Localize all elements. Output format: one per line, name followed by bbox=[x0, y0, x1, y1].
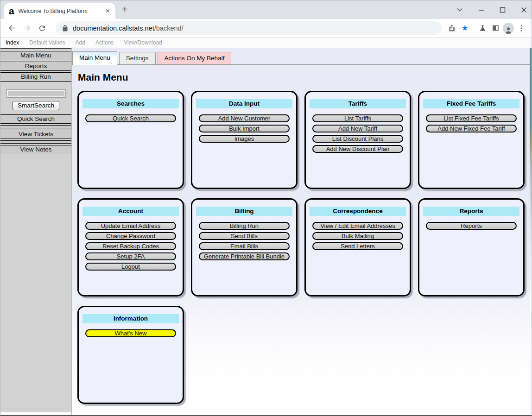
card-reports: ReportsReports bbox=[418, 198, 525, 296]
address-bar[interactable]: documentation.callstats.net/backend/ bbox=[56, 21, 442, 35]
menubar-item-add[interactable]: Add bbox=[76, 39, 85, 46]
app-menubar: IndexDefault ValuesAddActionsView/Downlo… bbox=[0, 38, 532, 48]
button-add-new-customer[interactable]: Add New Customer bbox=[199, 114, 290, 122]
reload-icon[interactable] bbox=[37, 23, 48, 34]
main-content: Main MenuSettingsActions On My Behalf Ma… bbox=[71, 48, 532, 415]
card-data-input: Data InputAdd New CustomerBulk ImportIma… bbox=[191, 91, 298, 189]
button-bulk-mailing[interactable]: Bulk Mailing bbox=[312, 232, 403, 240]
tab-close-icon[interactable]: × bbox=[104, 7, 112, 15]
button-what-s-new[interactable]: What's New bbox=[85, 329, 176, 337]
back-icon[interactable] bbox=[6, 23, 17, 34]
button-reset-backup-codes[interactable]: Reset Backup Codes bbox=[85, 242, 176, 250]
button-billing-run[interactable]: Billing Run bbox=[199, 222, 290, 230]
sidebar-item-view-tickets[interactable]: View Tickets bbox=[0, 130, 71, 139]
button-add-new-fixed-fee-tariff[interactable]: Add New Fixed Fee Tariff bbox=[426, 125, 517, 132]
menubar-item-actions[interactable]: Actions bbox=[95, 39, 114, 46]
sidebar-item-reports[interactable]: Reports bbox=[0, 62, 71, 71]
extension-flask-icon[interactable] bbox=[476, 22, 489, 35]
smartsearch-input[interactable] bbox=[6, 89, 66, 98]
browser-tab-title: Welcome To Billing Platform bbox=[19, 8, 104, 14]
button-bulk-import[interactable]: Bulk Import bbox=[199, 125, 290, 132]
button-reports[interactable]: Reports bbox=[426, 222, 517, 230]
browser-window: a Welcome To Billing Platform × + bbox=[0, 0, 532, 416]
browser-toolbar: documentation.callstats.net/backend/ ★ ⋮ bbox=[0, 19, 532, 38]
sidebar-item-main-menu[interactable]: Main Menu bbox=[0, 51, 71, 60]
button-setup-2fa[interactable]: Setup 2FA bbox=[85, 252, 176, 260]
lock-icon[interactable] bbox=[62, 25, 68, 32]
tab-settings[interactable]: Settings bbox=[119, 52, 156, 64]
button-list-fixed-fee-tariffs[interactable]: List Fixed Fee Tariffs bbox=[426, 114, 517, 122]
card-title-information: Information bbox=[82, 314, 179, 323]
card-fixed-fee-tariffs: Fixed Fee TariffsList Fixed Fee TariffsA… bbox=[418, 91, 525, 189]
side-panel-icon[interactable] bbox=[489, 22, 502, 35]
button-update-email-address[interactable]: Update Email Address bbox=[85, 222, 176, 230]
sidebar-item-view-notes[interactable]: View Notes bbox=[0, 145, 71, 154]
card-tariffs: TariffsList TariffsAdd New TariffList Di… bbox=[304, 91, 411, 189]
button-quick-search[interactable]: Quick Search bbox=[85, 114, 176, 122]
card-title-reports: Reports bbox=[423, 207, 519, 216]
card-title-account: Account bbox=[82, 207, 179, 216]
page-tabs: Main MenuSettingsActions On My Behalf bbox=[72, 48, 532, 65]
close-window-button[interactable] bbox=[521, 7, 527, 13]
button-email-bills[interactable]: Email Bills bbox=[199, 242, 290, 250]
sidebar-item-quick-search[interactable]: Quick Search bbox=[0, 114, 71, 124]
share-icon[interactable] bbox=[445, 22, 458, 35]
smartsearch-button[interactable]: SmartSearch bbox=[13, 101, 59, 110]
url-text: documentation.callstats.net/backend/ bbox=[73, 25, 184, 32]
button-send-bills[interactable]: Send Bills bbox=[199, 232, 290, 240]
button-list-discount-plans[interactable]: List Discount Plans bbox=[312, 135, 403, 143]
browser-menu-kebab-icon[interactable]: ⋮ bbox=[515, 22, 528, 35]
menubar-item-default-values[interactable]: Default Values bbox=[29, 39, 65, 46]
sidebar: Main MenuReportsBilling Run SmartSearch … bbox=[0, 48, 71, 412]
card-title-tariffs: Tariffs bbox=[310, 99, 406, 108]
button-add-new-discount-plan[interactable]: Add New Discount Plan bbox=[312, 145, 403, 153]
browser-tab[interactable]: a Welcome To Billing Platform × bbox=[4, 3, 115, 19]
tab-main-menu[interactable]: Main Menu bbox=[72, 51, 117, 65]
button-images[interactable]: Images bbox=[199, 135, 290, 143]
button-change-password[interactable]: Change Password bbox=[85, 232, 176, 240]
card-correspondence: CorrespondenceView / Edit Email Addresse… bbox=[304, 198, 411, 296]
maximize-button[interactable] bbox=[500, 7, 506, 13]
forward-icon[interactable] bbox=[21, 23, 32, 34]
page-title: Main Menu bbox=[78, 72, 532, 83]
card-account: AccountUpdate Email AddressChange Passwo… bbox=[77, 198, 184, 296]
button-generate-printable-bill-bundle[interactable]: Generate Printable Bill Bundle bbox=[199, 252, 290, 260]
tab-search-chevron-icon[interactable] bbox=[456, 6, 463, 13]
minimize-button[interactable] bbox=[478, 7, 484, 13]
button-send-letters[interactable]: Send Letters bbox=[312, 242, 403, 250]
button-view-edit-email-addresses[interactable]: View / Edit Email Addresses bbox=[312, 222, 403, 230]
browser-tab-strip: a Welcome To Billing Platform × + bbox=[0, 0, 532, 19]
card-title-searches: Searches bbox=[82, 99, 179, 108]
card-title-billing: Billing bbox=[196, 207, 292, 216]
button-list-tariffs[interactable]: List Tariffs bbox=[312, 114, 403, 122]
menubar-item-view-download[interactable]: View/Download bbox=[124, 39, 162, 46]
card-grid: SearchesQuick SearchData InputAdd New Cu… bbox=[77, 91, 532, 404]
sidebar-divider bbox=[0, 125, 71, 128]
button-logout[interactable]: Logout bbox=[85, 263, 176, 271]
card-title-correspondence: Correspondence bbox=[310, 207, 406, 216]
site-favicon-icon: a bbox=[9, 6, 14, 16]
new-tab-button[interactable]: + bbox=[119, 4, 130, 15]
profile-avatar[interactable] bbox=[502, 22, 515, 35]
bookmark-star-icon[interactable]: ★ bbox=[458, 22, 471, 35]
card-information: InformationWhat's New bbox=[77, 306, 184, 404]
page-scrollbar[interactable] bbox=[530, 48, 532, 415]
tab-actions-on-my-behalf[interactable]: Actions On My Behalf bbox=[158, 52, 232, 64]
button-add-new-tariff[interactable]: Add New Tariff bbox=[312, 125, 403, 132]
card-title-data-input: Data Input bbox=[196, 99, 292, 108]
card-searches: SearchesQuick Search bbox=[77, 91, 184, 189]
menubar-item-index[interactable]: Index bbox=[6, 39, 19, 46]
sidebar-divider bbox=[0, 140, 71, 144]
card-title-fixed-fee-tariffs: Fixed Fee Tariffs bbox=[423, 99, 519, 108]
sidebar-item-billing-run[interactable]: Billing Run bbox=[0, 72, 71, 82]
card-billing: BillingBilling RunSend BillsEmail BillsG… bbox=[191, 198, 298, 296]
